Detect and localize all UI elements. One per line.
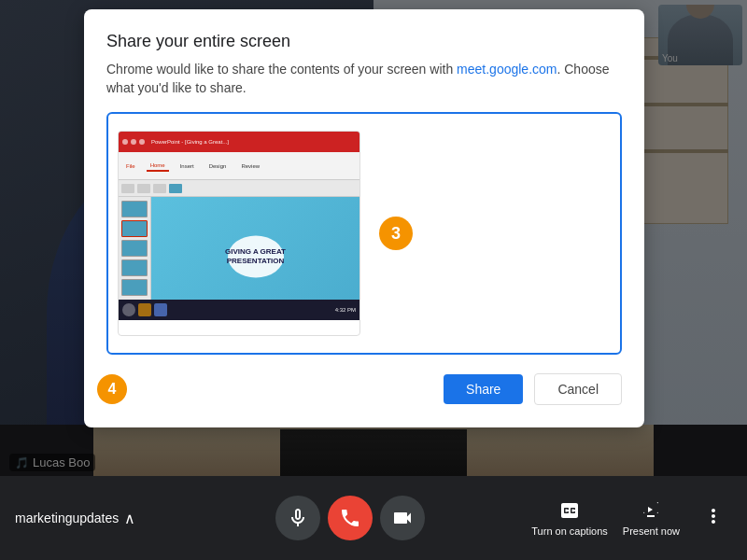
meeting-code: marketingupdates — [15, 511, 119, 525]
ppt-title-line2: PRESENTATION — [225, 257, 286, 266]
end-call-button[interactable] — [328, 496, 373, 540]
captions-action[interactable]: Turn on captions — [531, 499, 608, 537]
modal-description: Chrome would like to share the contents … — [106, 61, 622, 97]
cancel-button[interactable]: Cancel — [534, 373, 622, 405]
modal-desc-link[interactable]: meet.google.com — [457, 62, 557, 77]
present-now-action[interactable]: Present now — [623, 499, 680, 537]
more-options-button[interactable] — [695, 497, 732, 539]
expand-icon[interactable]: ∧ — [124, 510, 135, 527]
toolbar-left-section: marketingupdates ∧ — [0, 510, 168, 527]
share-screen-modal: Share your entire screen Chrome would li… — [84, 9, 644, 427]
ppt-title-line1: GIVING A GREAT — [225, 247, 286, 257]
screen-preview-area[interactable]: PowerPoint - [Giving a Great...] File Ho… — [106, 112, 622, 355]
toolbar-right-section: Turn on captions Present now — [531, 497, 747, 539]
camera-button[interactable] — [380, 496, 425, 540]
modal-desc-part1: Chrome would like to share the contents … — [106, 62, 457, 77]
more-options-icon — [702, 505, 725, 527]
captions-icon — [558, 499, 581, 522]
step-4-number: 4 — [108, 381, 117, 398]
step-3-badge: 3 — [379, 217, 413, 250]
screen-thumbnail[interactable]: PowerPoint - [Giving a Great...] File Ho… — [118, 131, 360, 336]
toolbar-center-section — [168, 496, 531, 540]
end-call-icon — [339, 507, 361, 529]
microphone-button[interactable] — [275, 496, 320, 540]
camera-icon — [391, 507, 414, 529]
modal-footer: 4 Share Cancel — [106, 373, 622, 405]
present-label: Present now — [623, 525, 680, 537]
step-3-number: 3 — [391, 224, 401, 244]
microphone-icon — [287, 507, 309, 529]
step-4-badge: 4 — [97, 374, 127, 404]
modal-title: Share your entire screen — [106, 32, 622, 51]
captions-label: Turn on captions — [531, 525, 608, 537]
share-button[interactable]: Share — [444, 374, 523, 404]
bottom-toolbar: marketingupdates ∧ Turn on captions — [0, 476, 747, 560]
present-icon — [640, 499, 662, 522]
